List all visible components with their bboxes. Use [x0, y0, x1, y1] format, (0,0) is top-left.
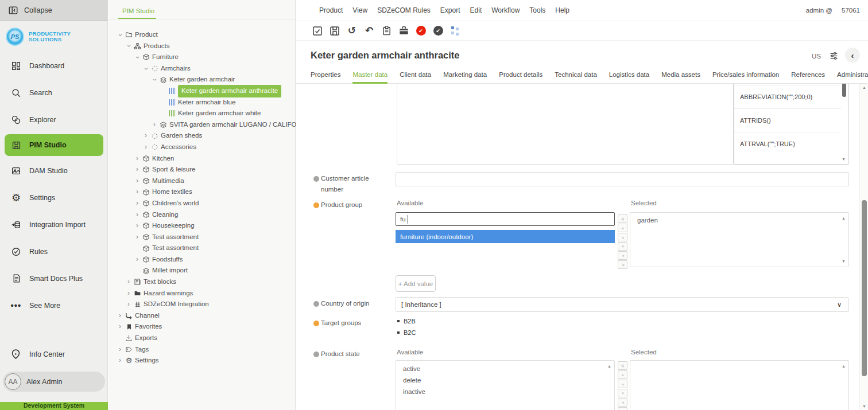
- sidebar-item-search[interactable]: Search: [0, 79, 108, 106]
- chevron-expanded-icon[interactable]: ›: [125, 42, 133, 50]
- chevron-collapsed-icon[interactable]: ›: [133, 233, 141, 241]
- save-icon[interactable]: [328, 25, 341, 37]
- scrollbar-thumb[interactable]: [862, 200, 867, 376]
- chevron-expanded-icon[interactable]: ›: [150, 76, 158, 84]
- move-all-right-icon[interactable]: ▸|: [618, 214, 627, 223]
- tab-product-details[interactable]: Product details: [499, 67, 542, 84]
- chevron-collapsed-icon[interactable]: ›: [133, 166, 141, 174]
- function-item[interactable]: ABBREVIATION("";200;0): [734, 85, 841, 108]
- tree-node-product[interactable]: ›Product: [108, 29, 296, 41]
- chevron-expanded-icon[interactable]: ›: [133, 53, 141, 61]
- state-option-active[interactable]: active: [396, 363, 614, 374]
- chevron-collapsed-icon[interactable]: ›: [133, 256, 141, 264]
- tree-node-children-s-world[interactable]: ›Children's world: [108, 198, 296, 209]
- tree-node-tags[interactable]: ›Tags: [108, 344, 296, 356]
- tree-node-accessories[interactable]: ›Accessories: [108, 142, 296, 153]
- state-option-inactive[interactable]: inactive: [396, 386, 614, 397]
- menu-help[interactable]: Help: [555, 6, 569, 14]
- menu-workflow[interactable]: Workflow: [491, 6, 520, 14]
- tree-node-svita-garden-armchair-lugano-california[interactable]: ›SVITA garden armchair LUGANO / CALIFORN…: [108, 119, 296, 131]
- product-state-selected-list[interactable]: ▲: [630, 360, 849, 410]
- tree-node-exports[interactable]: Exports: [108, 333, 296, 344]
- sidebar-item-rules[interactable]: Rules: [0, 238, 108, 265]
- tree-node-home-textiles[interactable]: ›Home textiles: [108, 186, 296, 198]
- tab-client-data[interactable]: Client data: [400, 67, 431, 84]
- tab-master-data[interactable]: Master data: [352, 67, 388, 84]
- tree-node-sport-leisure[interactable]: ›Sport & leisure: [108, 164, 296, 175]
- tab-logistics-data[interactable]: Logistics data: [609, 67, 649, 84]
- locale-label[interactable]: US: [812, 53, 821, 60]
- move-all-right-icon[interactable]: ▸|: [618, 361, 627, 370]
- customer-article-input[interactable]: [396, 172, 849, 186]
- approved-red-icon[interactable]: ✔: [414, 25, 427, 37]
- collapse-right-panel-button[interactable]: ‹: [845, 48, 860, 63]
- move-left-icon[interactable]: ◂: [618, 398, 627, 407]
- product-group-selected-list[interactable]: garden ▲ ▼: [630, 212, 849, 267]
- paste-icon[interactable]: [380, 25, 393, 37]
- move-left-icon[interactable]: ◂: [618, 251, 627, 260]
- tree-node-foodstuffs[interactable]: ›Foodstuffs: [108, 254, 296, 265]
- chevron-collapsed-icon[interactable]: ›: [116, 323, 124, 331]
- sidebar-item-info-center[interactable]: Info Center: [0, 342, 108, 367]
- sidebar-item-smart-docs-plus[interactable]: Smart Docs Plus: [0, 265, 108, 292]
- briefcase-icon[interactable]: [397, 25, 410, 37]
- tab-media-assets[interactable]: Media assets: [661, 67, 700, 84]
- tree-node-keter-armchair-blue[interactable]: Keter armchair blue: [108, 97, 296, 108]
- chevron-collapsed-icon[interactable]: ›: [142, 132, 150, 140]
- add-value-button[interactable]: + Add value: [396, 275, 436, 292]
- tree-node-keter-garden-armchair-anthracite[interactable]: Keter garden armchair anthracite: [108, 85, 296, 97]
- tree-node-kitchen[interactable]: ›Kitchen: [108, 153, 296, 165]
- tree-node-sdzecom-integration[interactable]: ›SDZeCOM Integration: [108, 299, 296, 310]
- selected-item-garden[interactable]: garden: [637, 217, 842, 224]
- tree-node-products[interactable]: ›Products: [108, 41, 296, 52]
- dropdown-scroll-down-icon[interactable]: ▼: [842, 157, 846, 161]
- sidebar-item-integration-import[interactable]: Integration Import: [0, 211, 108, 238]
- chevron-collapsed-icon[interactable]: ›: [133, 222, 141, 230]
- menu-sdzecom-rules[interactable]: SDZeCOM Rules: [377, 6, 431, 14]
- tree-node-multimedia[interactable]: ›Multimedia: [108, 175, 296, 187]
- formula-textarea[interactable]: [397, 84, 734, 165]
- tab-price-sales-information[interactable]: Price/sales information: [712, 67, 779, 84]
- tree-node-cleaning[interactable]: ›Cleaning: [108, 209, 296, 221]
- structure-icon[interactable]: [449, 25, 462, 37]
- product-group-search-input[interactable]: [396, 213, 603, 225]
- country-of-origin-select[interactable]: [ Inheritance ] ∨: [396, 297, 849, 312]
- filter-sliders-icon[interactable]: [829, 51, 839, 61]
- tab-marketing-data[interactable]: Marketing data: [443, 67, 487, 84]
- move-right-icon[interactable]: ▸: [618, 370, 627, 379]
- list-scroll-up-icon[interactable]: ▲: [842, 216, 846, 220]
- move-all-left-icon[interactable]: |◂: [618, 407, 627, 410]
- menu-view[interactable]: View: [352, 6, 367, 14]
- menu-tools[interactable]: Tools: [529, 6, 545, 14]
- chevron-collapsed-icon[interactable]: ›: [133, 154, 141, 162]
- tree-node-text-blocks[interactable]: ›Text blocks: [108, 276, 296, 288]
- tree-node-millet-import[interactable]: Millet import: [108, 265, 296, 276]
- scroll-up-icon[interactable]: ▲: [862, 85, 866, 89]
- approved-dark-icon[interactable]: ✔: [432, 25, 444, 37]
- tab-properties[interactable]: Properties: [311, 67, 340, 84]
- chevron-collapsed-icon[interactable]: ›: [133, 177, 141, 185]
- sidebar-item-settings[interactable]: ⚙Settings: [0, 184, 108, 211]
- list-scroll-down-icon[interactable]: ▼: [842, 259, 846, 263]
- chevron-collapsed-icon[interactable]: ›: [133, 188, 141, 196]
- tree-node-keter-garden-armchair[interactable]: ›Keter garden armchair: [108, 74, 296, 85]
- tree-node-housekeeping[interactable]: ›Housekeeping: [108, 220, 296, 232]
- tree-node-favorites[interactable]: ›Favorites: [108, 321, 296, 333]
- chevron-collapsed-icon[interactable]: ›: [125, 278, 133, 286]
- tab-pim-studio[interactable]: PIM Studio: [122, 7, 154, 14]
- chevron-collapsed-icon[interactable]: ›: [133, 210, 141, 218]
- tree-node-keter-garden-armchair-white[interactable]: Keter garden armchair white: [108, 108, 296, 119]
- product-state-available-list[interactable]: activedeleteinactive ▲: [396, 360, 615, 410]
- collapse-button[interactable]: Collapse: [0, 0, 108, 21]
- tree-node-garden-sheds[interactable]: ›Garden sheds: [108, 130, 296, 142]
- sidebar-item-explorer[interactable]: Explorer: [0, 106, 108, 133]
- main-scrollbar[interactable]: ▲ ▼: [859, 84, 868, 410]
- tab-administration[interactable]: Administration: [837, 67, 868, 84]
- tree-node-furniture[interactable]: ›Furniture: [108, 52, 296, 63]
- tab-technical-data[interactable]: Technical data: [555, 67, 597, 84]
- move-up-icon[interactable]: ▴: [618, 233, 627, 241]
- state-option-delete[interactable]: delete: [396, 374, 614, 386]
- save-check-icon[interactable]: [311, 25, 324, 37]
- menu-edit[interactable]: Edit: [470, 6, 482, 14]
- sidebar-item-dashboard[interactable]: Dashboard: [0, 52, 108, 79]
